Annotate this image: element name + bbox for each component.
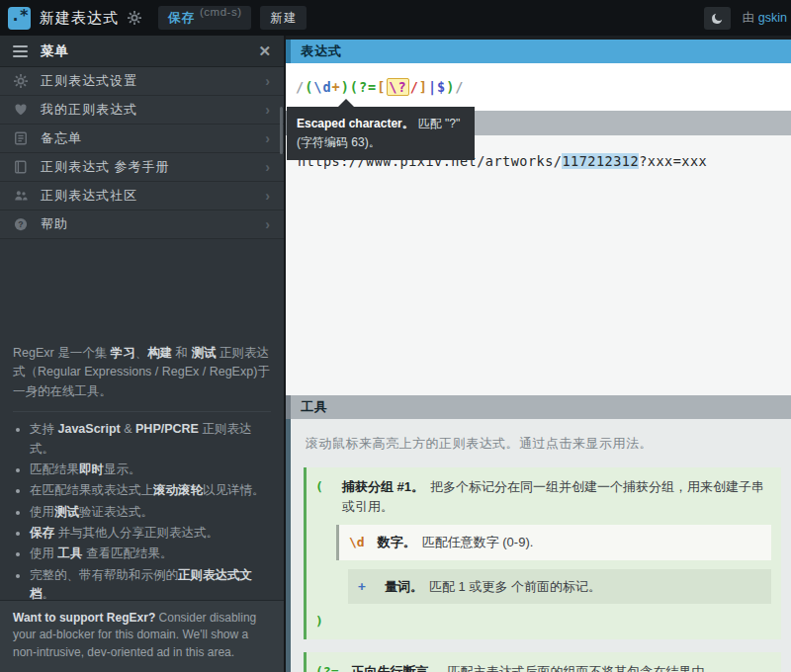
regex-token[interactable]: ): [446, 79, 455, 95]
text-segment: 测试: [192, 346, 217, 360]
regex-token[interactable]: +: [332, 79, 341, 95]
regex-token[interactable]: ): [341, 79, 350, 95]
feature-item: 匹配结果即时显示。: [30, 461, 271, 479]
sidebar-item-community[interactable]: 正则表达式社区 ›: [0, 182, 284, 210]
sidebar-item-cheatsheet[interactable]: 备忘单 ›: [0, 125, 284, 153]
explain-term: 正向先行断言。: [351, 664, 441, 672]
explain-text: 量词。匹配 1 或更多 个前面的标记。: [385, 577, 601, 597]
save-button[interactable]: 保存 (cmd-s): [158, 6, 251, 30]
text-segment: 、: [135, 346, 148, 360]
text-segment: 测试: [54, 505, 79, 519]
expression-tokens: /(\d+)(?=[\?/]|$)/: [296, 79, 464, 95]
text-segment: 并与其他人分享正则表达式。: [54, 526, 219, 540]
chevron-right-icon: ›: [265, 188, 270, 204]
test-text-input[interactable]: https://www.pixiv.net/artworks/117212312…: [286, 135, 791, 395]
tools-header: 工具: [286, 395, 791, 419]
text-segment: 验证表达式。: [79, 505, 153, 519]
text-segment: 构建: [147, 346, 172, 360]
sidebar: 菜单 ✕ 正则表达式设置 › 我的正则表达式 › 备忘单 ›: [0, 36, 286, 672]
explain-row-group-open[interactable]: ( 捕获分组 #1。把多个标记分在同一组并创建一个捕获分组，用来创建子串或引用。: [315, 477, 771, 516]
regex-token: +: [358, 577, 372, 597]
regexr-logo-icon[interactable]: .*: [8, 7, 31, 30]
regex-token[interactable]: /: [410, 79, 419, 95]
pattern-settings-gear-icon[interactable]: [128, 11, 141, 25]
sidebar-item-label: 正则表达式设置: [41, 72, 137, 90]
new-button[interactable]: 新建: [260, 6, 307, 30]
regex-token[interactable]: |: [428, 79, 437, 95]
topbar-right-group: 由 gskin: [704, 7, 783, 30]
match-highlight[interactable]: 117212312: [562, 153, 639, 169]
gear-icon: [14, 74, 28, 88]
feature-item: 使用 工具 查看匹配结果。: [30, 545, 271, 563]
regex-token[interactable]: /: [296, 79, 305, 95]
feature-item: 完整的、带有帮助和示例的正则表达式文档。: [30, 566, 271, 605]
explain-row-digit[interactable]: \d 数字。匹配任意数字 (0-9).: [336, 525, 771, 560]
sidebar-item-favorites[interactable]: 我的正则表达式 ›: [0, 96, 284, 125]
ad-notice-bold: Want to support RegExr?: [13, 611, 155, 625]
explain-term: 捕获分组 #1。: [342, 479, 424, 494]
author-link[interactable]: gskin: [758, 11, 787, 25]
help-icon: ?: [14, 217, 28, 231]
explain-group-block[interactable]: ( 捕获分组 #1。把多个标记分在同一组并创建一个捕获分组，用来创建子串或引用。…: [304, 467, 781, 639]
explain-lookahead-block[interactable]: (?= 正向先行断言。匹配主表达式后面的组而不将其包含在结果中。 [ 字符集。匹…: [304, 652, 781, 672]
explain-desc: 匹配任意数字 (0-9).: [422, 535, 534, 549]
explain-desc: 匹配主表达式后面的组而不将其包含在结果中。: [447, 664, 717, 672]
sidebar-item-label: 正则表达式社区: [41, 187, 137, 205]
test-text-after: ?xxx=xxx: [639, 153, 707, 169]
explain-text: 捕获分组 #1。把多个标记分在同一组并创建一个捕获分组，用来创建子串或引用。: [342, 477, 771, 516]
explain-text: 正向先行断言。匹配主表达式后面的组而不将其包含在结果中。: [351, 662, 717, 672]
regex-token[interactable]: (: [305, 79, 313, 95]
explain-row-group-close[interactable]: ): [315, 612, 771, 631]
token-tooltip: Escaped character。匹配 "?" (字符编码 63)。: [287, 107, 475, 160]
top-bar: .* 新建表达式 保存 (cmd-s) 新建 由 gskin: [0, 0, 791, 36]
book-icon: [14, 160, 28, 174]
regex-token: (?=: [315, 662, 338, 672]
expression-input[interactable]: /(\d+)(?=[\?/]|$)/: [286, 63, 791, 111]
text-segment: 滚动滚轮: [153, 483, 203, 497]
regex-token[interactable]: ]: [419, 79, 428, 95]
regex-token: (: [315, 477, 329, 516]
feature-item: 在匹配结果或表达式上滚动滚轮以见详情。: [30, 481, 271, 500]
sidebar-item-reference[interactable]: 正则表达式 参考手册 ›: [0, 153, 284, 182]
sidebar-item-label: 帮助: [41, 215, 68, 233]
text-segment: 保存: [30, 526, 54, 540]
text-segment: &: [121, 422, 135, 436]
explain-desc: 匹配 1 或更多 个前面的标记。: [429, 579, 601, 594]
sidebar-item-help[interactable]: ? 帮助 ›: [0, 210, 284, 239]
dark-mode-toggle[interactable]: [704, 7, 731, 30]
regex-token[interactable]: \d: [313, 79, 331, 95]
about-intro: RegExr 是一个集 学习、构建 和 测试 正则表达式（Regular Exp…: [13, 344, 271, 401]
regex-token[interactable]: (?=: [350, 79, 377, 95]
text-segment: 完整的、带有帮助和示例的: [30, 568, 178, 582]
text-segment: 使用: [30, 546, 57, 560]
regex-token-selected[interactable]: \?: [387, 78, 408, 96]
text-segment: 支持: [30, 422, 57, 436]
feature-item: 保存 并与其他人分享正则表达式。: [30, 524, 271, 543]
sidebar-item-settings[interactable]: 正则表达式设置 ›: [0, 67, 284, 96]
text-segment: 查看匹配结果。: [82, 546, 172, 560]
svg-text:?: ?: [18, 219, 23, 229]
expression-header-label: 表达式: [301, 42, 342, 60]
chevron-right-icon: ›: [265, 130, 270, 146]
explain-row-lookahead[interactable]: (?= 正向先行断言。匹配主表达式后面的组而不将其包含在结果中。: [315, 662, 771, 672]
explain-row-quantifier[interactable]: + 量词。匹配 1 或更多 个前面的标记。: [348, 569, 771, 605]
save-button-label: 保存: [168, 10, 195, 27]
close-icon[interactable]: ✕: [258, 42, 271, 60]
text-segment: 显示。: [104, 462, 141, 476]
regex-token[interactable]: $: [437, 79, 446, 95]
community-icon: [14, 189, 28, 203]
sidebar-item-label: 正则表达式 参考手册: [41, 158, 170, 176]
sidebar-scrollbar[interactable]: [280, 107, 283, 154]
tools-hint: 滚动鼠标来高亮上方的正则表达式。通过点击来显示用法。: [306, 435, 781, 453]
byline-prefix: 由: [743, 11, 758, 25]
new-button-label: 新建: [270, 10, 297, 27]
pattern-title[interactable]: 新建表达式: [40, 9, 119, 28]
cheatsheet-icon: [14, 131, 28, 145]
regex-token[interactable]: /: [455, 79, 464, 95]
chevron-right-icon: ›: [265, 216, 270, 232]
text-segment: 以见详情。: [203, 483, 265, 497]
text-segment: 即时: [79, 462, 104, 476]
text-segment: PHP/PCRE: [135, 422, 199, 436]
regex-token: ): [315, 612, 329, 631]
regex-token[interactable]: [: [377, 79, 386, 95]
